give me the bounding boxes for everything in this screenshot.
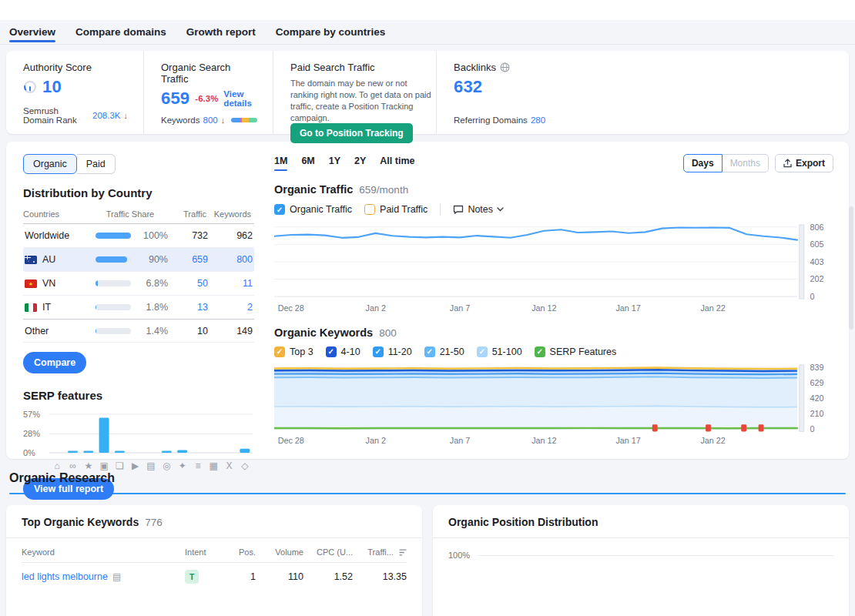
export-icon	[783, 159, 792, 168]
referring-domains-value-link[interactable]: 280	[531, 116, 545, 125]
au-keywords-link[interactable]: 800	[208, 254, 253, 265]
paid-traffic-checkbox[interactable]	[364, 204, 375, 215]
legend-4-10[interactable]: ✓4-10	[326, 346, 360, 357]
legend-11-20[interactable]: ✓11-20	[373, 346, 412, 357]
organic-traffic-line-chart: 0202403605806Dec 28Jan 2Jan 7Jan 12Jan 1…	[274, 222, 833, 317]
authority-score-block: Authority Score 10 Semrush Domain Rank 2…	[6, 51, 143, 134]
featured-video-serp-icon: ▤	[143, 461, 159, 470]
legend-checkbox[interactable]: ✓	[326, 346, 337, 357]
image-pack-serp-icon: ❏	[112, 461, 127, 470]
range-1y[interactable]: 1Y	[329, 156, 340, 171]
notes-dropdown[interactable]: Notes	[453, 204, 504, 215]
keyword-row: led lights melbourne ▤ T 1 110 1.52 13.3…	[22, 563, 407, 591]
page-scrollbar-thumb[interactable]	[849, 206, 853, 330]
keywords-label: Keywords	[161, 116, 200, 125]
tab-compare-by-countries[interactable]: Compare by countries	[276, 20, 386, 45]
toggle-paid[interactable]: Paid	[77, 154, 116, 174]
top-whitespace	[0, 0, 855, 20]
compare-button[interactable]: Compare	[23, 352, 86, 373]
svg-text:Jan 22: Jan 22	[700, 303, 725, 313]
legend-checkbox[interactable]: ✓	[424, 346, 435, 357]
metrics-card: Authority Score 10 Semrush Domain Rank 2…	[6, 51, 849, 134]
svg-text:Jan 7: Jan 7	[450, 436, 470, 445]
keywords-down-arrow: ↓	[221, 116, 226, 125]
top-organic-keywords-card: Top Organic Keywords 776 Keyword Intent …	[6, 505, 422, 616]
svg-text:Jan 7: Jan 7	[450, 303, 470, 313]
range-all-time[interactable]: All time	[380, 156, 414, 171]
top-organic-keywords-count: 776	[145, 517, 163, 528]
au-traffic-link[interactable]: 659	[168, 254, 208, 265]
authority-score-title: Authority Score	[23, 62, 128, 73]
image-serp-icon: ▣	[96, 461, 112, 470]
keywords-count-link[interactable]: 800	[203, 116, 218, 125]
legend-51-100[interactable]: ✓51-100	[477, 346, 522, 357]
legend-checkbox[interactable]: ✓	[373, 346, 384, 357]
col-traffic-sort[interactable]: Traffi...	[353, 547, 407, 557]
knowledge-panel-serp-icon: ✦	[175, 461, 190, 470]
authority-gauge-icon	[23, 80, 37, 94]
organic-keywords-chart-title: Organic Keywords	[274, 326, 373, 339]
country-row-it[interactable]: IT 1.8% 13 2	[23, 296, 254, 320]
svg-text:806: 806	[810, 223, 824, 232]
report-tabs: Overview Compare domains Growth report C…	[0, 20, 855, 45]
range-6m[interactable]: 6M	[301, 156, 314, 171]
faq-serp-icon: ≡	[190, 461, 206, 470]
organic-keywords-chart-subtitle: 800	[379, 327, 397, 339]
svg-text:Jan 12: Jan 12	[531, 303, 556, 313]
svg-text:202: 202	[810, 274, 824, 283]
vn-traffic-link[interactable]: 50	[168, 278, 208, 289]
tab-overview[interactable]: Overview	[9, 20, 55, 45]
date-range-tabs: 1M 6M 1Y 2Y All time	[274, 156, 415, 171]
organic-traffic-title: Organic Search Traffic	[161, 62, 257, 85]
svg-text:839: 839	[810, 363, 824, 372]
it-traffic-link[interactable]: 13	[168, 302, 208, 313]
export-button[interactable]: Export	[775, 154, 833, 172]
legend-paid-traffic[interactable]: Paid Traffic	[364, 204, 428, 215]
country-row-vn[interactable]: VN 6.8% 50 11	[23, 272, 254, 296]
serp-snapshot-icon[interactable]: ▤	[112, 571, 121, 582]
it-keywords-link[interactable]: 2	[208, 302, 253, 313]
reviews-serp-icon: ★	[81, 461, 96, 470]
organic-traffic-checkbox[interactable]: ✓	[274, 204, 285, 215]
legend-top-3[interactable]: ✓Top 3	[274, 346, 314, 357]
organic-search-traffic-block: Organic Search Traffic 659 -6.3% View de…	[143, 51, 273, 134]
range-2y[interactable]: 2Y	[354, 156, 366, 171]
chevron-down-icon	[497, 207, 504, 212]
svg-text:Jan 12: Jan 12	[531, 436, 556, 445]
legend-checkbox[interactable]: ✓	[535, 346, 545, 357]
legend-21-50[interactable]: ✓21-50	[424, 346, 464, 357]
toggle-days[interactable]: Days	[683, 154, 723, 172]
view-details-link[interactable]: View details	[223, 89, 257, 108]
col-intent: Intent	[185, 547, 222, 557]
svg-text:403: 403	[810, 257, 824, 266]
traffic-overview-card: Organic Paid Distribution by Country Cou…	[6, 142, 849, 459]
organic-traffic-change: -6.3%	[195, 94, 218, 103]
tab-growth-report[interactable]: Growth report	[186, 20, 256, 45]
svg-text:Dec 28: Dec 28	[278, 303, 304, 313]
range-1m[interactable]: 1M	[274, 156, 287, 171]
keywords-table: Keyword Intent Pos. Volume CPC (U... Tra…	[6, 538, 422, 591]
keywords-legend: ✓Top 3✓4-10✓11-20✓21-50✓51-100✓SERP Feat…	[274, 346, 833, 357]
flag-au-icon	[25, 256, 37, 264]
sitelinks-serp-icon: ⌂	[49, 461, 65, 470]
svg-text:Dec 28: Dec 28	[278, 436, 304, 445]
tab-compare-domains[interactable]: Compare domains	[75, 20, 166, 45]
legend-checkbox[interactable]: ✓	[274, 346, 285, 357]
vn-keywords-link[interactable]: 11	[208, 278, 253, 289]
toggle-organic[interactable]: Organic	[23, 154, 77, 174]
authority-score-value: 10	[42, 77, 62, 97]
keyword-link[interactable]: led lights melbourne ▤	[22, 571, 185, 582]
domain-rank-value-link[interactable]: 208.3K	[92, 111, 120, 120]
go-to-position-tracking-button[interactable]: Go to Position Tracking	[290, 123, 413, 143]
country-row-worldwide[interactable]: Worldwide 100% 732 962	[23, 224, 254, 248]
legend-organic-traffic[interactable]: ✓ Organic Traffic	[274, 204, 352, 215]
legend-checkbox[interactable]: ✓	[477, 346, 488, 357]
country-panel: Organic Paid Distribution by Country Cou…	[23, 154, 254, 448]
top-organic-keywords-title: Top Organic Keywords	[22, 516, 139, 528]
organic-traffic-chart-title: Organic Traffic	[274, 183, 353, 196]
keywords-distribution-bar	[231, 118, 257, 122]
legend-serp-features[interactable]: ✓SERP Features	[535, 346, 617, 357]
country-row-au[interactable]: AU 90% 659 800	[23, 248, 254, 272]
toggle-months: Months	[723, 154, 769, 172]
svg-text:0: 0	[810, 424, 815, 434]
